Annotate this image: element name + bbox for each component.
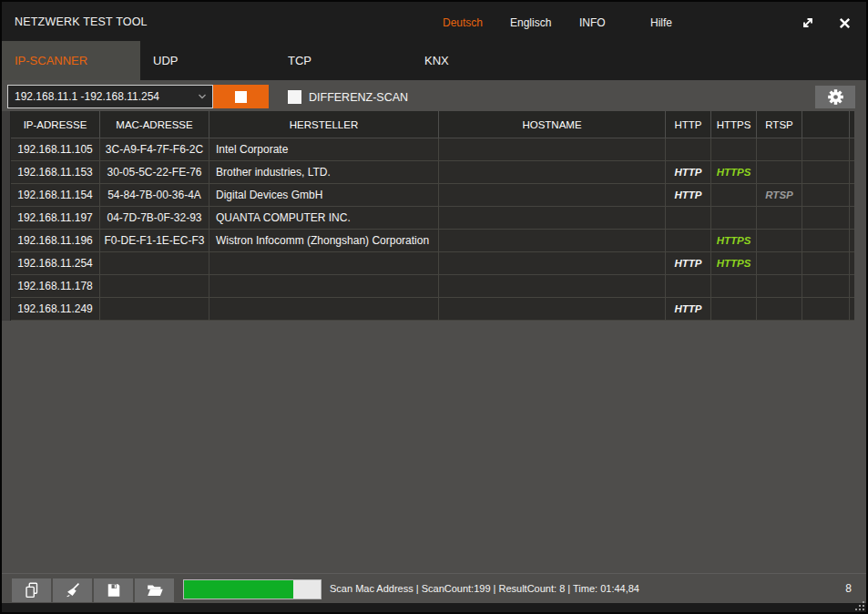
save-button[interactable] [94, 578, 133, 602]
table-row[interactable]: 192.168.11.15330-05-5C-22-FE-76Brother i… [11, 161, 854, 184]
differenz-scan-label: DIFFERENZ-SCAN [309, 91, 408, 104]
open-button[interactable] [135, 578, 174, 602]
ip-range-value: 192.168.11.1 -192.168.11.254 [8, 90, 198, 103]
table-body: 192.168.11.1053C-A9-F4-7F-F6-2CIntel Cor… [11, 138, 854, 321]
tab-label: KNX [424, 54, 449, 67]
table-row[interactable]: 192.168.11.249HTTP [11, 298, 854, 321]
cell-mac: 30-05-5C-22-FE-76 [100, 161, 209, 183]
table-row[interactable]: 192.168.11.196F0-DE-F1-1E-EC-F3Wistron I… [11, 230, 854, 252]
cell-hersteller [209, 298, 439, 320]
cell-https [711, 207, 757, 229]
cell-https [711, 275, 757, 297]
table-row[interactable]: 192.168.11.15454-84-7B-00-36-4ADigital D… [11, 184, 854, 207]
cell-filler [802, 252, 850, 274]
menu-info[interactable]: INFO [579, 16, 606, 29]
open-folder-icon [145, 580, 165, 600]
statusbar: Scan Mac Address | ScanCount:199 | Resul… [2, 576, 866, 603]
column-header-ip[interactable]: IP-ADRESSE [11, 111, 100, 138]
cell-rtsp [757, 161, 802, 183]
cell-https [711, 298, 757, 320]
tab-tcp[interactable]: TCP [275, 41, 414, 80]
cell-filler [802, 207, 850, 229]
cell-filler [850, 275, 854, 297]
column-header-hersteller[interactable]: HERSTELLER [209, 111, 439, 138]
cell-filler [802, 161, 850, 183]
table-row[interactable]: 192.168.11.1053C-A9-F4-7F-F6-2CIntel Cor… [11, 138, 854, 161]
cell-hersteller: Wistron Infocomm (Zhongshan) Corporation [209, 230, 439, 251]
cell-filler [850, 161, 854, 183]
tab-knx[interactable]: KNX [412, 41, 550, 80]
cell-http [666, 275, 711, 297]
grid-row-header-gutter [2, 111, 11, 321]
cell-http [666, 230, 711, 251]
copy-button[interactable] [12, 578, 51, 602]
table-row[interactable]: 192.168.11.254HTTPHTTPS [11, 252, 854, 275]
cell-ip: 192.168.11.249 [11, 298, 100, 320]
differenz-scan-checkbox[interactable] [288, 90, 301, 104]
column-header-https[interactable]: HTTPS [711, 111, 757, 138]
cell-hersteller: QUANTA COMPUTER INC. [209, 207, 439, 229]
cell-rtsp [757, 275, 802, 297]
menu-hilfe[interactable]: Hilfe [650, 16, 672, 29]
cell-hostname [439, 298, 666, 320]
cell-filler [850, 252, 854, 274]
cell-rtsp [757, 252, 802, 274]
table-header-row: IP-ADRESSE MAC-ADRESSE HERSTELLER HOSTNA… [11, 111, 854, 138]
column-header-empty[interactable] [802, 111, 850, 138]
column-header-hostname[interactable]: HOSTNAME [439, 111, 666, 138]
bottom-band [2, 603, 866, 612]
cell-hostname [439, 161, 666, 183]
cell-hersteller [209, 252, 439, 274]
app-title: NETZWERK TEST TOOL [15, 15, 148, 28]
cell-mac: 04-7D-7B-0F-32-93 [100, 207, 209, 229]
cell-filler [850, 207, 854, 229]
tab-label: IP-SCANNER [15, 54, 87, 67]
maximize-button[interactable] [796, 13, 820, 33]
settings-button[interactable] [815, 86, 855, 108]
expand-icon [799, 14, 817, 32]
resize-grip[interactable] [853, 600, 865, 612]
cell-rtsp [757, 298, 802, 320]
cell-ip: 192.168.11.197 [11, 207, 100, 229]
close-button[interactable] [832, 13, 856, 33]
cell-http: HTTP [666, 184, 711, 206]
menu-englisch[interactable]: Englisch [510, 16, 551, 29]
cell-mac [100, 275, 209, 297]
cell-ip: 192.168.11.153 [11, 161, 100, 183]
cell-https [711, 138, 757, 160]
table-row[interactable]: 192.168.11.178 [11, 275, 854, 298]
tab-ip-scanner[interactable]: IP-SCANNER [2, 41, 140, 80]
cell-ip: 192.168.11.154 [11, 184, 100, 206]
cell-mac: F0-DE-F1-1E-EC-F3 [100, 230, 209, 251]
cell-https: HTTPS [711, 161, 757, 183]
cell-filler [802, 138, 850, 160]
column-header-mac[interactable]: MAC-ADRESSE [100, 111, 209, 138]
table-row[interactable]: 192.168.11.19704-7D-7B-0F-32-93QUANTA CO… [11, 207, 854, 230]
close-icon [838, 16, 852, 30]
cell-hersteller: Brother industries, LTD. [209, 161, 439, 183]
column-header-rtsp[interactable]: RTSP [757, 111, 802, 138]
cell-mac: 54-84-7B-00-36-4A [100, 184, 209, 206]
status-text: Scan Mac Address | ScanCount:199 | Resul… [330, 583, 639, 594]
tab-label: TCP [288, 54, 311, 67]
cell-mac [100, 298, 209, 320]
cell-hersteller: Intel Corporate [209, 138, 439, 160]
stop-scan-button[interactable] [213, 85, 269, 108]
cell-filler [850, 138, 854, 160]
cell-hersteller [209, 275, 439, 297]
result-count: 8 [845, 582, 852, 595]
ip-range-combobox[interactable]: 192.168.11.1 -192.168.11.254 [7, 85, 213, 108]
chevron-down-icon [198, 93, 212, 100]
cell-hostname [439, 138, 666, 160]
clear-button[interactable] [53, 578, 92, 602]
cell-ip: 192.168.11.178 [11, 275, 100, 297]
column-header-http[interactable]: HTTP [666, 111, 711, 138]
cell-http [666, 207, 711, 229]
tab-udp[interactable]: UDP [140, 41, 279, 80]
cell-http [666, 138, 711, 160]
app-window: NETZWERK TEST TOOL Deutsch Englisch INFO… [0, 0, 868, 614]
cell-filler [850, 230, 854, 251]
menu-deutsch[interactable]: Deutsch [443, 16, 483, 29]
cell-hostname [439, 252, 666, 274]
cell-rtsp [757, 207, 802, 229]
